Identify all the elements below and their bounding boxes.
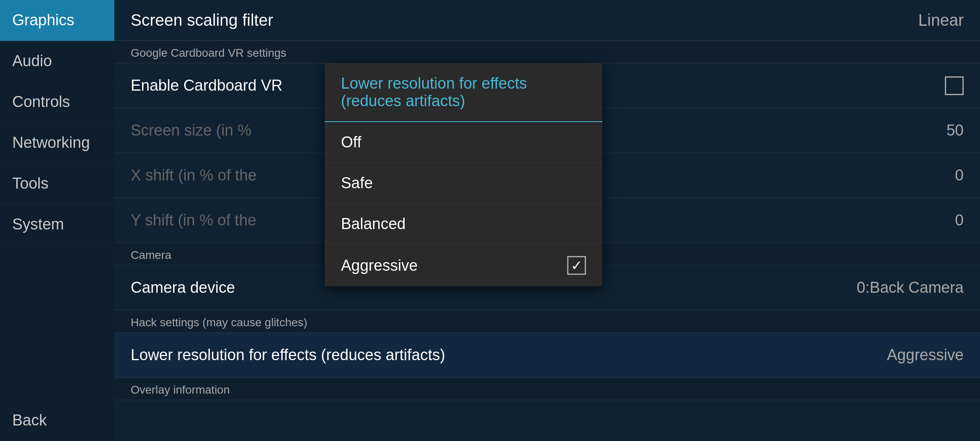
x-shift-value: 0: [955, 167, 964, 184]
screen-size-value: 50: [947, 122, 964, 139]
dropdown-item-aggressive-label: Aggressive: [341, 257, 418, 274]
screen-scaling-filter-value: Linear: [918, 11, 964, 29]
x-shift-label: X shift (in % of the: [131, 167, 256, 184]
dropdown-item-safe-label: Safe: [341, 174, 373, 192]
screen-scaling-filter-label: Screen scaling filter: [131, 11, 273, 29]
dropdown-item-balanced-label: Balanced: [341, 215, 405, 233]
google-cardboard-section: Google Cardboard VR settings: [114, 41, 980, 63]
camera-device-value: 0:Back Camera: [857, 279, 964, 296]
sidebar-item-system[interactable]: System: [0, 204, 114, 245]
dropdown-menu: Lower resolution for effects (reduces ar…: [325, 63, 602, 286]
y-shift-label: Y shift (in % of the: [131, 212, 256, 229]
main-content: Screen scaling filter Linear Google Card…: [114, 0, 980, 441]
sidebar-spacer: [0, 245, 114, 400]
sidebar: Graphics Audio Controls Networking Tools…: [0, 0, 114, 441]
sidebar-item-networking[interactable]: Networking: [0, 122, 114, 163]
y-shift-value: 0: [955, 212, 964, 229]
dropdown-item-safe[interactable]: Safe: [325, 163, 602, 204]
lower-resolution-row[interactable]: Lower resolution for effects (reduces ar…: [114, 333, 980, 378]
dropdown-item-balanced[interactable]: Balanced: [325, 204, 602, 245]
enable-cardboard-vr-label: Enable Cardboard VR: [131, 77, 283, 94]
lower-resolution-value: Aggressive: [887, 346, 964, 364]
hack-settings-section: Hack settings (may cause glitches): [114, 310, 980, 333]
screen-size-label: Screen size (in %: [131, 122, 252, 139]
sidebar-item-graphics[interactable]: Graphics: [0, 0, 114, 41]
enable-cardboard-vr-checkbox[interactable]: [945, 76, 964, 95]
camera-device-label: Camera device: [131, 279, 235, 296]
screen-scaling-filter-row[interactable]: Screen scaling filter Linear: [114, 0, 980, 41]
dropdown-item-aggressive[interactable]: Aggressive ✓: [325, 245, 602, 286]
dropdown-item-off-label: Off: [341, 134, 361, 151]
sidebar-item-controls[interactable]: Controls: [0, 82, 114, 122]
sidebar-item-back[interactable]: Back: [0, 400, 114, 441]
sidebar-item-tools[interactable]: Tools: [0, 163, 114, 204]
overlay-section: Overlay information: [114, 378, 980, 400]
lower-resolution-label: Lower resolution for effects (reduces ar…: [131, 346, 445, 364]
aggressive-checkbox-checked: ✓: [567, 256, 586, 275]
dropdown-item-lower-resolution-label: Lower resolution for effects (reduces ar…: [341, 75, 586, 110]
dropdown-item-off[interactable]: Off: [325, 122, 602, 163]
dropdown-item-lower-resolution[interactable]: Lower resolution for effects (reduces ar…: [325, 63, 602, 122]
sidebar-item-audio[interactable]: Audio: [0, 41, 114, 82]
